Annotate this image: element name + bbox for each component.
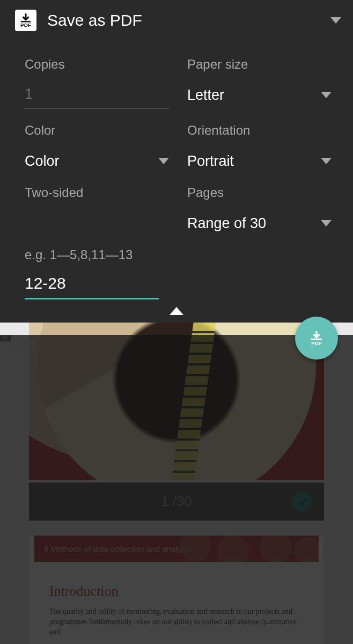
collapse-handle[interactable] — [0, 299, 353, 323]
two-sided-setting: Two-sided None — [25, 171, 169, 233]
preview-thumbnail — [29, 323, 324, 482]
preview-page-1[interactable]: 1 /30 — [29, 323, 324, 521]
chevron-down-icon — [321, 158, 332, 164]
chevron-down-icon — [321, 92, 332, 98]
orientation-setting: Orientation Portrait — [187, 109, 332, 171]
selected-check-icon[interactable] — [292, 492, 312, 512]
page-range-hint: e.g. 1—5,8,11—13 — [25, 247, 332, 262]
svg-rect-1 — [311, 339, 322, 340]
destination-title: Save as PDF — [47, 11, 330, 30]
page2-paragraph: The quality and utility of monitoring, e… — [49, 607, 304, 638]
chevron-down-icon — [158, 158, 169, 164]
destination-selector[interactable]: PDF Save as PDF — [0, 0, 353, 41]
pages-setting: Pages Range of 30 — [187, 171, 332, 233]
svg-text:PDF: PDF — [20, 22, 31, 28]
save-pdf-fab[interactable]: PDF — [295, 317, 338, 360]
orientation-selector[interactable]: Portrait — [187, 151, 332, 171]
color-label: Color — [25, 123, 169, 138]
print-settings-panel: PDF Save as PDF Copies Paper size Letter… — [0, 0, 353, 323]
orientation-value: Portrait — [187, 153, 234, 170]
page-range-input[interactable] — [25, 274, 159, 299]
chevron-down-icon — [321, 220, 332, 226]
pages-selector[interactable]: Range of 30 — [187, 213, 332, 233]
preview-page-2[interactable]: 6 Methods of data collection and analysi… — [29, 536, 324, 644]
two-sided-label: Two-sided — [25, 185, 169, 200]
copies-setting: Copies — [25, 43, 169, 109]
paper-size-label: Paper size — [187, 57, 332, 72]
copies-input[interactable] — [25, 85, 169, 109]
paper-size-selector[interactable]: Letter — [187, 85, 332, 105]
two-sided-selector: None — [25, 213, 169, 233]
page-counter-text: 1 /30 — [161, 493, 192, 509]
paper-size-setting: Paper size Letter — [187, 43, 332, 109]
color-selector[interactable]: Color — [25, 151, 169, 171]
pages-label: Pages — [187, 185, 332, 200]
page2-heading: Introduction — [49, 583, 304, 599]
page-counter-bar: 1 /30 — [29, 482, 324, 521]
pdf-download-icon: PDF — [308, 330, 325, 347]
svg-text:PDF: PDF — [311, 340, 322, 346]
pages-value: Range of 30 — [187, 215, 266, 232]
page2-header-text: 6 Methods of data collection and analysi… — [44, 544, 191, 553]
copies-label: Copies — [25, 57, 169, 72]
paper-size-value: Letter — [187, 87, 224, 104]
preview-area: 1 /30 6 Methods of data collection and a… — [0, 323, 353, 644]
pdf-download-icon: PDF — [15, 10, 36, 31]
color-value: Color — [25, 153, 60, 170]
orientation-label: Orientation — [187, 123, 332, 138]
chevron-down-icon — [330, 17, 341, 24]
page-range-setting: e.g. 1—5,8,11—13 — [0, 233, 353, 299]
color-setting: Color Color — [25, 109, 169, 171]
chevron-up-icon — [170, 307, 183, 315]
page2-header-bar: 6 Methods of data collection and analysi… — [34, 536, 319, 562]
